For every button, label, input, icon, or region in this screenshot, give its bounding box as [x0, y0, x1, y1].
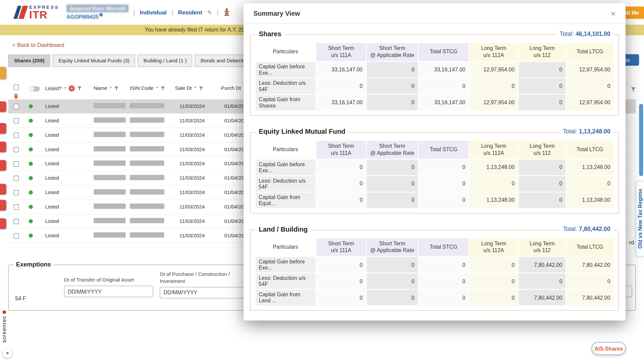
old-vs-new-tax-regime-button[interactable]: Old vs New Tax Regime	[636, 181, 644, 256]
col-total-stcg: Total STCG	[418, 238, 469, 257]
summary-row: Capital Gain from Equit... 0 0 0 1,13,24…	[255, 192, 614, 208]
sale-date-cell: 11/03/2024	[175, 190, 221, 195]
side-tool-icon[interactable]	[0, 141, 6, 152]
summary-table: Particulars Short Termu/s 111A Short Ter…	[255, 140, 614, 208]
exemptions-title: Exemptions	[13, 261, 53, 268]
section-title: Equity Linked Mutual Fund	[256, 128, 349, 135]
filter-icon[interactable]	[631, 86, 636, 94]
separator: |	[217, 9, 218, 16]
user-pan: AGOPM9425	[66, 13, 128, 20]
record-dot-icon	[2, 310, 6, 314]
banner-text: You have already filed IT return for A.Y…	[145, 27, 247, 33]
filter-icon[interactable]	[77, 86, 82, 90]
redacted-name	[94, 175, 126, 180]
select-all-checkbox[interactable]	[13, 84, 19, 90]
summary-row: Less: Deduction u/s 54F 0 0 0 0 0 0	[255, 273, 614, 290]
close-icon[interactable]: ×	[611, 9, 615, 17]
redacted-name	[94, 232, 126, 238]
screenrec-close-icon[interactable]: ×	[2, 348, 12, 358]
listed-cell: Listed	[45, 190, 94, 195]
row-checkbox[interactable]	[13, 104, 19, 109]
side-tool-icon[interactable]	[0, 160, 6, 171]
row-particulars: Less: Deduction u/s 54F	[255, 176, 316, 192]
listed-cell: Listed	[45, 233, 94, 238]
row-particulars: Capital Gain from Equit...	[255, 192, 316, 208]
asset-tabs: Shares (259) Equity Linked Mutual Funds …	[8, 55, 266, 67]
row-particulars: Capital Gain from Land ...	[255, 290, 316, 306]
listed-cell: Listed	[45, 218, 94, 224]
emblem-icon	[223, 8, 230, 16]
add-row-icon[interactable]: +	[69, 85, 75, 92]
back-to-dashboard-link[interactable]: < Back to Dashboard	[12, 42, 64, 48]
listed-cell: Listed	[45, 146, 94, 152]
logo-mark-icon	[16, 6, 26, 19]
section-54f-label: 54 F	[15, 296, 26, 302]
row-particulars: Capital Gain before Exe...	[255, 61, 316, 78]
filter-icon[interactable]	[114, 86, 119, 90]
row-checkbox[interactable]	[13, 132, 19, 138]
row-particulars: Less: Deduction u/s 54F	[255, 273, 316, 290]
edit-pencil-icon[interactable]: ✎	[207, 9, 212, 16]
filter-icon[interactable]	[160, 86, 165, 90]
field-label: Dt of Transfer of Original Asset	[64, 271, 153, 286]
transfer-date-input[interactable]	[64, 286, 153, 297]
ais-shares-button[interactable]: AIS-Shares	[591, 342, 626, 355]
col-long-term-112a: Long Termu/s 112A	[469, 238, 518, 257]
listed-cell: Listed	[45, 118, 94, 123]
redacted-isin	[130, 161, 164, 166]
section-total: Total: 1,13,248.00	[560, 128, 614, 135]
status-dot-icon	[29, 147, 33, 152]
row-checkbox[interactable]	[13, 204, 19, 209]
section-shares: Shares Total: 46,14,101.00 Particulars S…	[250, 35, 619, 116]
redacted-name	[94, 189, 126, 194]
redacted-isin	[130, 203, 164, 209]
modal-header: Summary View ×	[244, 3, 626, 24]
col-total-stcg: Total STCG	[418, 43, 469, 61]
side-tool-icon[interactable]	[0, 200, 6, 210]
side-tool-icon[interactable]	[0, 101, 6, 112]
section-land-building: Land / Building Total: 7,80,442.00 Parti…	[250, 230, 619, 311]
status-dot-icon	[29, 119, 33, 123]
side-tool-icon[interactable]	[0, 67, 6, 79]
section-equity-linked-mutual-fund: Equity Linked Mutual Fund Total: 1,13,24…	[250, 132, 619, 213]
status-dot-icon	[29, 104, 33, 108]
sale-date-cell: 11/03/2024	[175, 146, 221, 152]
side-tool-icon[interactable]	[0, 123, 6, 134]
redacted-name	[94, 146, 126, 152]
row-checkbox[interactable]	[13, 161, 19, 167]
redacted-isin	[130, 189, 164, 194]
tab-building-land[interactable]: Building / Land (1 )	[138, 55, 193, 67]
toggle-switch[interactable]	[29, 86, 40, 92]
sale-date-cell: 11/03/2024	[175, 204, 221, 210]
col-total-ltcg: Total LTCG	[566, 140, 614, 159]
side-tool-icon[interactable]	[0, 218, 6, 229]
filter-icon[interactable]	[199, 86, 203, 90]
tab-equity-mutual-funds[interactable]: Equity Linked Mutual Funds (3)	[53, 55, 135, 67]
sale-date-cell: 11/03/2024	[175, 175, 221, 181]
row-checkbox[interactable]	[13, 233, 19, 238]
column-listed: Listed?* +	[45, 83, 94, 92]
row-particulars: Capital Gain before Exe...	[255, 159, 316, 176]
status-dot-icon	[29, 176, 33, 180]
app-viewport: EXPRESS ITR Jaspreet Kaur Marwah AGOPM94…	[0, 0, 644, 362]
sale-date-cell: 11/03/2024	[175, 161, 221, 167]
tab-shares[interactable]: Shares (259)	[8, 55, 50, 67]
row-checkbox[interactable]	[13, 190, 19, 195]
row-particulars: Capital Gain before Exe...	[255, 257, 316, 273]
assessee-type-label: Individual	[140, 9, 167, 16]
summary-row: Capital Gain from Shares 33,16,147.00 0 …	[255, 94, 614, 111]
row-checkbox[interactable]	[13, 219, 19, 224]
row-checkbox[interactable]	[13, 175, 19, 181]
app-logo: EXPRESS ITR	[16, 5, 59, 20]
scrollbar-thumb[interactable]	[639, 104, 643, 176]
separator: |	[171, 9, 173, 16]
row-checkbox[interactable]	[13, 147, 19, 152]
summary-header-row: Particulars Short Termu/s 111A Short Ter…	[255, 140, 614, 159]
redacted-isin	[130, 218, 164, 223]
side-tool-icon[interactable]	[0, 184, 6, 195]
delete-icon[interactable]	[13, 93, 18, 99]
row-checkbox[interactable]	[13, 118, 19, 123]
listed-cell: Listed	[45, 175, 94, 181]
purchase-date-input[interactable]	[160, 287, 249, 298]
user-block: Jaspreet Kaur Marwah AGOPM9425	[66, 5, 128, 20]
